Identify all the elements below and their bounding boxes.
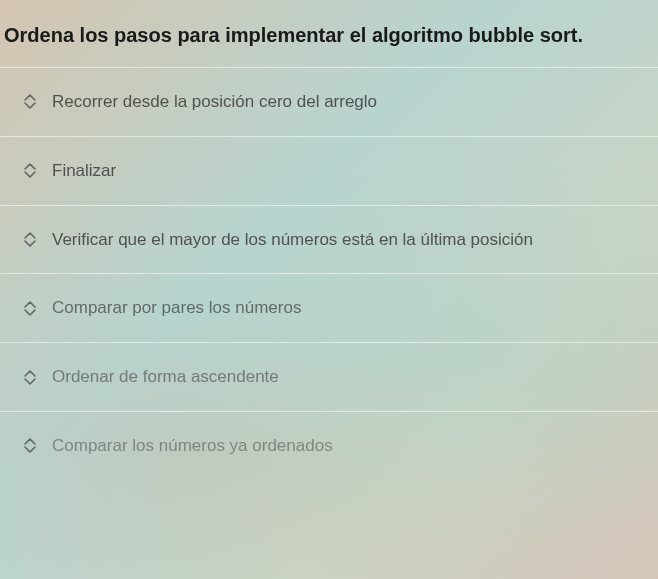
drag-handle-icon[interactable]	[24, 370, 36, 385]
sortable-list: Recorrer desde la posición cero del arre…	[0, 67, 658, 480]
drag-handle-icon[interactable]	[24, 301, 36, 316]
sortable-item[interactable]: Recorrer desde la posición cero del arre…	[0, 67, 658, 136]
question-title: Ordena los pasos para implementar el alg…	[0, 0, 658, 67]
sortable-item[interactable]: Verificar que el mayor de los números es…	[0, 205, 658, 274]
item-label: Recorrer desde la posición cero del arre…	[52, 90, 377, 114]
item-label: Finalizar	[52, 159, 116, 183]
drag-handle-icon[interactable]	[24, 94, 36, 109]
item-label: Comparar por pares los números	[52, 296, 301, 320]
item-label: Comparar los números ya ordenados	[52, 434, 333, 458]
sortable-item[interactable]: Comparar por pares los números	[0, 273, 658, 342]
item-label: Verificar que el mayor de los números es…	[52, 228, 533, 252]
drag-handle-icon[interactable]	[24, 232, 36, 247]
drag-handle-icon[interactable]	[24, 438, 36, 453]
sortable-item[interactable]: Ordenar de forma ascendente	[0, 342, 658, 411]
sortable-item[interactable]: Comparar los números ya ordenados	[0, 411, 658, 480]
item-label: Ordenar de forma ascendente	[52, 365, 279, 389]
drag-handle-icon[interactable]	[24, 163, 36, 178]
sortable-item[interactable]: Finalizar	[0, 136, 658, 205]
